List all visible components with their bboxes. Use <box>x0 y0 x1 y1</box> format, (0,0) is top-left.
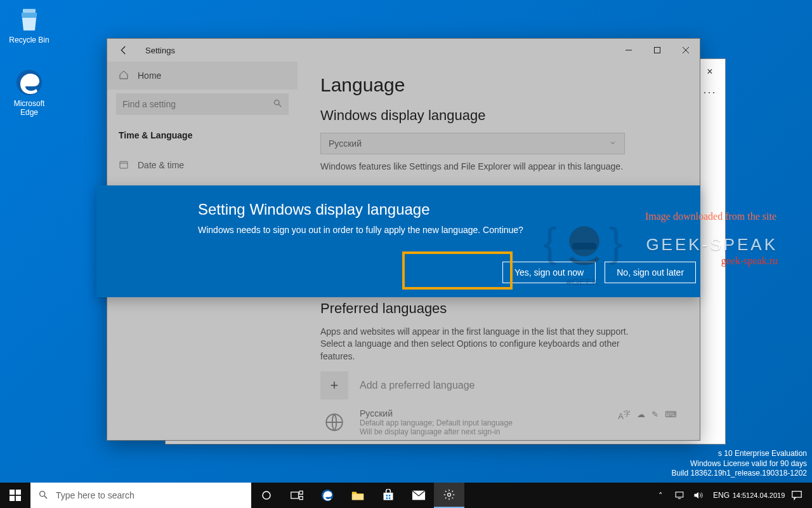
svg-rect-26 <box>352 494 363 500</box>
tray-date: 24.04.2019 <box>750 491 785 500</box>
keyboard-icon: ⌨ <box>665 410 677 436</box>
section-display-language: Windows display language <box>320 107 677 124</box>
tray-action-center[interactable] <box>784 483 809 508</box>
no-signout-button[interactable]: No, sign out later <box>605 262 696 283</box>
svg-rect-29 <box>389 495 391 497</box>
taskbar-app-settings[interactable] <box>434 483 464 508</box>
build-line2: Windows License valid for 90 days <box>671 459 807 469</box>
system-tray: ˄ ENG 14:51 24.04.2019 <box>652 483 812 508</box>
sidebar-category: Time & Language <box>107 124 298 152</box>
taskbar: Type here to search ˄ ENG 14:51 24.04.20… <box>0 483 812 508</box>
edge-icon <box>14 67 44 98</box>
taskbar-app-store[interactable] <box>373 483 403 508</box>
page-title: Language <box>320 74 677 96</box>
abc-icon: A字 <box>618 410 631 436</box>
svg-point-6 <box>275 100 280 105</box>
language-name: Русский <box>360 408 513 418</box>
add-language-label: Add a preferred language <box>360 380 475 391</box>
yes-signout-button[interactable]: Yes, sign out now <box>502 262 596 283</box>
minimize-button[interactable] <box>614 39 643 62</box>
watermark-caption: Image downloaded from the site <box>645 211 776 222</box>
modal-title: Setting Windows display language <box>198 201 605 218</box>
svg-rect-31 <box>389 497 391 499</box>
home-icon <box>119 70 129 82</box>
signout-modal: Setting Windows display language Windows… <box>96 185 700 297</box>
desktop-icon-edge[interactable]: Microsoft Edge <box>5 67 53 117</box>
svg-point-33 <box>448 493 451 497</box>
svg-line-20 <box>44 496 47 498</box>
svg-rect-15 <box>10 490 15 495</box>
language-sub2: Will be display language after next sign… <box>360 427 513 436</box>
calendar-icon <box>119 159 129 171</box>
search-icon <box>38 490 48 502</box>
sidebar-item-label: Date & time <box>138 160 184 170</box>
plus-icon: + <box>320 371 348 399</box>
watermark-url: geek-speak.ru <box>721 255 778 267</box>
svg-rect-3 <box>654 48 660 53</box>
language-feature-icons: A字 ☁ ✎ ⌨ <box>618 408 677 436</box>
sidebar-item-home[interactable]: Home <box>107 62 298 90</box>
taskbar-search[interactable]: Type here to search <box>30 483 251 508</box>
tray-language[interactable]: ENG <box>709 483 733 508</box>
window-controls <box>614 39 700 62</box>
taskbar-app-mail[interactable] <box>403 483 434 508</box>
search-placeholder: Find a setting <box>122 99 176 109</box>
svg-rect-24 <box>299 497 303 500</box>
svg-rect-28 <box>386 495 388 497</box>
svg-rect-30 <box>386 497 388 499</box>
svg-rect-23 <box>299 491 303 494</box>
add-language-row[interactable]: + Add a preferred language <box>320 371 677 399</box>
handwrite-icon: ✎ <box>652 410 658 436</box>
more-button[interactable]: ··· <box>697 86 723 104</box>
close-button[interactable] <box>671 39 700 62</box>
display-language-description: Windows features like Settings and File … <box>320 161 650 173</box>
taskbar-app-edge[interactable] <box>312 483 343 508</box>
watermark-brand: GEEK-SPEAK <box>646 235 778 255</box>
desktop: Recycle Bin Microsoft Edge × ··· Setting… <box>0 0 812 508</box>
task-view-button[interactable] <box>282 483 312 508</box>
svg-rect-16 <box>16 490 21 495</box>
section-preferred-languages: Preferred languages <box>320 300 677 317</box>
recycle-bin-icon <box>14 4 44 34</box>
svg-rect-18 <box>16 496 21 501</box>
build-line1: s 10 Enterprise Evaluation <box>671 449 807 459</box>
svg-rect-27 <box>384 493 393 500</box>
window-title: Settings <box>145 46 175 55</box>
desktop-icon-recycle-bin[interactable]: Recycle Bin <box>5 4 53 44</box>
build-watermark: s 10 Enterprise Evaluation Windows Licen… <box>671 449 807 479</box>
svg-rect-36 <box>792 491 801 498</box>
tray-network-icon[interactable] <box>671 483 688 508</box>
titlebar: Settings <box>107 39 700 62</box>
language-entry[interactable]: Русский Default app language; Default in… <box>320 408 677 436</box>
tray-clock[interactable]: 14:51 24.04.2019 <box>736 483 782 508</box>
search-placeholder: Type here to search <box>56 490 134 500</box>
close-button[interactable]: × <box>697 63 723 81</box>
sidebar-item-date-time[interactable]: Date & time <box>107 152 298 178</box>
svg-rect-34 <box>676 492 683 497</box>
dropdown-value: Русский <box>329 138 362 149</box>
tray-overflow-button[interactable]: ˄ <box>652 483 669 508</box>
preferred-languages-description: Apps and websites will appear in the fir… <box>320 326 650 363</box>
svg-rect-17 <box>10 496 15 501</box>
svg-rect-8 <box>120 161 128 168</box>
tray-time: 14:51 <box>733 491 750 500</box>
start-button[interactable] <box>0 483 30 508</box>
back-button[interactable] <box>111 39 136 62</box>
display-language-dropdown[interactable]: Русский <box>320 133 625 154</box>
sidebar-search[interactable]: Find a setting <box>116 93 289 115</box>
cortana-button[interactable] <box>251 483 282 508</box>
tray-volume-icon[interactable] <box>690 483 707 508</box>
desktop-icon-label: Recycle Bin <box>9 36 49 44</box>
search-icon <box>273 98 282 110</box>
taskbar-app-explorer[interactable] <box>343 483 373 508</box>
build-line3: Build 18362.19h1_release.190318-1202 <box>671 469 807 479</box>
svg-rect-22 <box>291 492 299 498</box>
language-sub1: Default app language; Default input lang… <box>360 418 513 427</box>
svg-line-7 <box>278 104 281 107</box>
svg-point-19 <box>40 491 45 496</box>
maximize-button[interactable] <box>643 39 671 62</box>
sidebar-item-label: Home <box>138 70 161 81</box>
tts-icon: ☁ <box>637 410 645 436</box>
chevron-down-icon <box>609 138 617 149</box>
modal-message: Windows needs to sign you out in order t… <box>198 225 605 235</box>
